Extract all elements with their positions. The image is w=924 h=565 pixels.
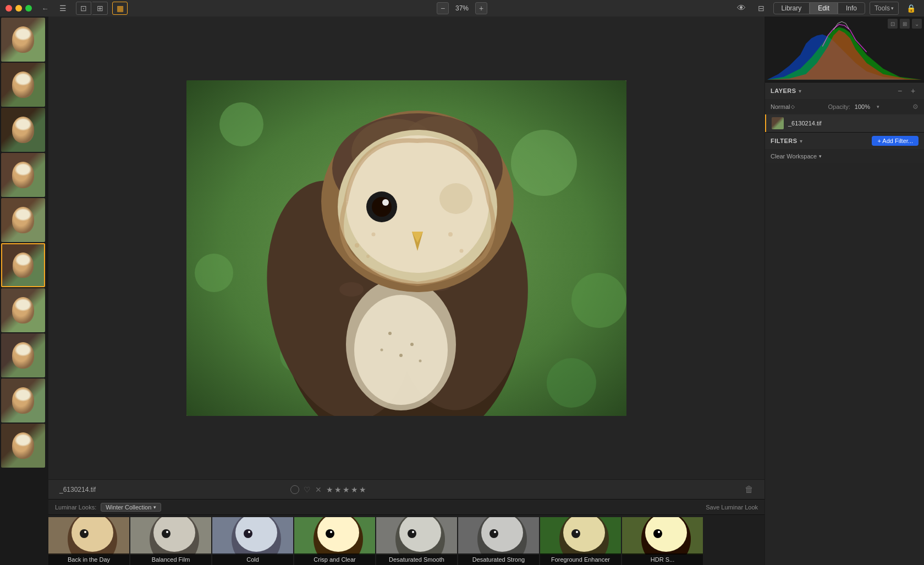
zoom-in-button[interactable]: + bbox=[475, 2, 487, 14]
look-label-bar-fg-enhancer: Foreground Enhancer bbox=[540, 553, 621, 565]
filmstrip-item-2[interactable] bbox=[1, 63, 45, 107]
minimize-button[interactable] bbox=[15, 5, 22, 12]
back-icon[interactable]: ← bbox=[37, 2, 53, 15]
rating-area: ♡ ✕ ★ ★ ★ ★ ★ bbox=[290, 485, 366, 494]
svg-point-35 bbox=[355, 243, 359, 248]
filters-section: FILTERS ▾ + Add Filter... Clear Workspac… bbox=[765, 133, 924, 565]
svg-point-30 bbox=[372, 197, 392, 217]
delete-icon[interactable]: 🗑 bbox=[745, 485, 754, 495]
menu-icon[interactable]: ☰ bbox=[55, 2, 70, 15]
filmstrip-item-5[interactable] bbox=[1, 198, 45, 242]
preview-icon[interactable]: 👁 bbox=[734, 2, 749, 15]
look-label-bar-desat-strong: Desaturated Strong bbox=[458, 553, 539, 565]
clear-workspace-button[interactable]: Clear Workspace ▾ bbox=[771, 153, 822, 160]
looks-bar: Luminar Looks: Winter Collection ▾ Save … bbox=[48, 499, 765, 565]
look-item-cold[interactable]: Cold bbox=[212, 517, 293, 565]
filmstrip-item-7[interactable] bbox=[1, 288, 45, 332]
circle-rating-button[interactable] bbox=[290, 485, 299, 494]
look-item-desat-smooth[interactable]: Desaturated Smooth bbox=[376, 517, 457, 565]
look-item-fg-enhancer[interactable]: Foreground Enhancer bbox=[540, 517, 621, 565]
histogram-icons: ⊡ ⊞ ⌄ bbox=[888, 19, 922, 29]
svg-point-43 bbox=[80, 529, 89, 538]
filmstrip bbox=[0, 17, 48, 565]
svg-point-69 bbox=[494, 531, 496, 533]
star-2[interactable]: ★ bbox=[334, 485, 342, 494]
blend-chevron-icon: ◇ bbox=[791, 104, 795, 109]
look-label-desat-strong: Desaturated Strong bbox=[472, 556, 525, 563]
zoom-out-button[interactable]: − bbox=[437, 2, 449, 14]
collection-badge[interactable]: Winter Collection ▾ bbox=[101, 503, 161, 512]
looks-header: Luminar Looks: Winter Collection ▾ Save … bbox=[48, 500, 765, 515]
panel-tabs: 👁 ⊟ Library Edit Info Tools ▾ 🔒 bbox=[734, 2, 919, 15]
star-1[interactable]: ★ bbox=[326, 485, 333, 494]
svg-point-1 bbox=[219, 102, 263, 146]
layers-section: LAYERS ▾ − + Normal ◇ Opacity: 100% ▾ ⚙ bbox=[765, 83, 924, 133]
tab-info[interactable]: Info bbox=[838, 2, 865, 14]
histogram-settings-icon[interactable]: ⌄ bbox=[912, 19, 922, 29]
filmstrip-item-4[interactable] bbox=[1, 153, 45, 197]
star-3[interactable]: ★ bbox=[343, 485, 350, 494]
layer-thumbnail bbox=[772, 117, 784, 129]
clear-workspace-chevron-icon: ▾ bbox=[819, 153, 822, 159]
layers-chevron-icon: ▾ bbox=[799, 88, 801, 94]
filmstrip-item-selected[interactable] bbox=[1, 243, 45, 287]
layer-settings-icon[interactable]: ⚙ bbox=[912, 103, 919, 111]
tools-button[interactable]: Tools ▾ bbox=[870, 2, 899, 15]
histogram-layers-icon[interactable]: ⊡ bbox=[888, 19, 898, 29]
look-item-back-day[interactable]: Back in the Day bbox=[48, 517, 129, 565]
svg-point-32 bbox=[439, 183, 472, 214]
svg-point-74 bbox=[576, 531, 578, 533]
reject-icon[interactable]: ✕ bbox=[315, 485, 322, 494]
clear-workspace-label: Clear Workspace bbox=[771, 153, 817, 160]
collection-chevron-icon: ▾ bbox=[153, 504, 156, 510]
svg-point-79 bbox=[658, 531, 660, 533]
star-5[interactable]: ★ bbox=[359, 485, 366, 494]
compare-icon[interactable]: ⊟ bbox=[754, 2, 769, 15]
blend-mode-select[interactable]: Normal ◇ bbox=[771, 103, 795, 110]
look-item-desat-strong[interactable]: Desaturated Strong bbox=[458, 517, 539, 565]
layer-item[interactable]: _6130214.tif bbox=[765, 114, 924, 132]
lock-icon[interactable]: 🔒 bbox=[903, 2, 919, 15]
histogram: ⊡ ⊞ ⌄ bbox=[765, 17, 924, 83]
opacity-chevron-icon[interactable]: ▾ bbox=[877, 104, 879, 109]
filmstrip-item-3[interactable] bbox=[1, 108, 45, 152]
filmstrip-item-8[interactable] bbox=[1, 333, 45, 377]
star-4[interactable]: ★ bbox=[351, 485, 358, 494]
save-luminar-look-button[interactable]: Save Luminar Look bbox=[706, 504, 758, 511]
look-label-bar-crisp-clear: Crisp and Clear bbox=[294, 553, 375, 565]
close-button[interactable] bbox=[6, 5, 12, 12]
look-label-back-day: Back in the Day bbox=[68, 556, 110, 563]
layers-minus-button[interactable]: − bbox=[894, 85, 905, 96]
opacity-label: Opacity: bbox=[828, 103, 850, 110]
add-filter-button[interactable]: + Add Filter... bbox=[872, 136, 919, 146]
traffic-lights bbox=[6, 5, 32, 12]
svg-point-78 bbox=[653, 529, 662, 538]
filename: _6130214.tif bbox=[59, 486, 96, 493]
svg-point-54 bbox=[248, 531, 250, 533]
owl-illustration bbox=[186, 80, 626, 416]
svg-point-20 bbox=[399, 354, 403, 357]
histogram-scope-icon[interactable]: ⊞ bbox=[900, 19, 910, 29]
svg-point-64 bbox=[412, 531, 414, 533]
svg-point-73 bbox=[571, 529, 580, 538]
look-thumb-svg-5 bbox=[376, 517, 457, 555]
look-item-crisp-clear[interactable]: Crisp and Clear bbox=[294, 517, 375, 565]
heart-icon[interactable]: ♡ bbox=[304, 485, 311, 494]
view-compare-icon[interactable]: ⊞ bbox=[92, 2, 108, 15]
look-thumb-svg-4 bbox=[294, 517, 375, 555]
svg-point-3 bbox=[571, 273, 626, 328]
filmstrip-item-9[interactable] bbox=[1, 379, 45, 423]
tab-library[interactable]: Library bbox=[773, 2, 810, 14]
filmstrip-item-10[interactable] bbox=[1, 424, 45, 468]
maximize-button[interactable] bbox=[25, 5, 32, 12]
look-item-hdr[interactable]: HDR S... bbox=[622, 517, 703, 565]
filmstrip-toggle-icon[interactable]: ▦ bbox=[112, 2, 128, 15]
look-thumb-balanced-film bbox=[130, 517, 211, 555]
tab-edit[interactable]: Edit bbox=[810, 2, 838, 14]
layers-actions: − + bbox=[894, 85, 919, 96]
look-label-bar-desat-smooth: Desaturated Smooth bbox=[376, 553, 457, 565]
view-single-icon[interactable]: ⊡ bbox=[76, 2, 91, 15]
filmstrip-item-1[interactable] bbox=[1, 18, 45, 62]
layers-plus-button[interactable]: + bbox=[908, 85, 919, 96]
look-item-balanced-film[interactable]: Balanced Film bbox=[130, 517, 211, 565]
